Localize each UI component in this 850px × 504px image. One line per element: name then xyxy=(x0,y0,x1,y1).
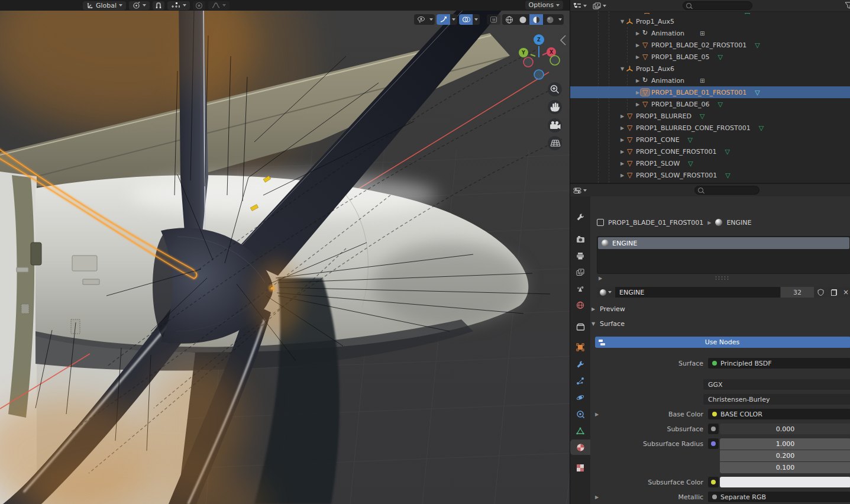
tab-physics[interactable] xyxy=(573,390,588,405)
zoom-button[interactable] xyxy=(548,82,562,96)
subsurface-color-swatch[interactable] xyxy=(720,477,850,487)
disclosure-closed-icon[interactable]: ▶ xyxy=(619,114,625,119)
transform-orientation-dropdown[interactable]: Global xyxy=(83,1,126,10)
sss-color-socket-button[interactable] xyxy=(708,477,719,487)
surface-panel-header[interactable]: ▼ Surface xyxy=(590,320,850,328)
shading-rendered-button[interactable] xyxy=(543,14,557,25)
outliner-search-input[interactable] xyxy=(683,1,752,10)
outliner-row-slow-frost[interactable]: ▶ ▽ PROP1_SLOW_FROST001 ▽ xyxy=(570,169,850,181)
resize-grip[interactable] xyxy=(715,276,730,281)
3d-viewport[interactable]: Z X Y xyxy=(0,0,570,504)
mesh-data-icon[interactable]: ▽ xyxy=(759,124,764,132)
disclosure-closed-icon[interactable]: ▶ xyxy=(619,173,625,178)
fake-user-button[interactable] xyxy=(815,287,827,298)
shading-solid-button[interactable] xyxy=(516,14,529,25)
outliner-row-blurred[interactable]: ▶ ▽ PROP1_BLURRED ▽ xyxy=(570,110,850,122)
tab-render[interactable] xyxy=(573,231,588,247)
disclosure-closed-icon[interactable]: ▶ xyxy=(635,43,641,48)
mesh-data-icon[interactable]: ▽ xyxy=(718,53,722,61)
outliner-row-cone-frost[interactable]: ▶ ▽ PROP1_CONE_FROST001 ▽ xyxy=(570,146,850,157)
gizmo-y-neg-axis[interactable] xyxy=(550,56,560,65)
radius-x-field[interactable]: 1.000 xyxy=(720,438,850,450)
subsurface-socket-button[interactable] xyxy=(708,424,719,434)
material-users-button[interactable]: 32 xyxy=(781,287,814,298)
disclosure-closed-icon[interactable]: ▶ xyxy=(619,125,625,131)
distribution-dropdown[interactable]: GGX xyxy=(703,379,850,390)
material-slot-selected[interactable]: ENGINE xyxy=(598,237,849,249)
material-slot-list[interactable]: ENGINE xyxy=(597,236,850,274)
proportional-falloff-dropdown[interactable] xyxy=(208,1,230,10)
mesh-data-icon[interactable]: ▽ xyxy=(725,172,730,179)
disclosure-closed-icon[interactable]: ▶ xyxy=(635,90,641,95)
snap-settings-dropdown[interactable] xyxy=(167,1,190,10)
radius-y-field[interactable]: 0.200 xyxy=(720,450,850,461)
gizmo-x-neg-axis[interactable] xyxy=(523,57,533,67)
disclosure-closed-icon[interactable]: ▶ xyxy=(619,137,625,143)
metallic-field[interactable]: Separate RGB xyxy=(708,492,850,502)
new-material-button[interactable] xyxy=(828,287,841,298)
disclosure-open-icon[interactable]: ▼ xyxy=(619,19,625,24)
xray-toggle[interactable] xyxy=(487,14,500,25)
gizmo-z-neg-axis[interactable] xyxy=(534,70,544,79)
tab-constraints[interactable] xyxy=(573,406,588,422)
expand-arrow-icon[interactable]: ▶ xyxy=(595,495,599,500)
sss-method-dropdown[interactable]: Christensen-Burley xyxy=(703,394,850,405)
outliner-row-blade05[interactable]: ▶ ▽ PROP1_BLADE_05 ▽ xyxy=(570,51,850,63)
gizmos-dropdown[interactable] xyxy=(450,14,457,25)
display-mode-dropdown[interactable] xyxy=(590,1,609,11)
mesh-data-icon[interactable]: ▽ xyxy=(688,160,693,167)
tab-view-layer[interactable] xyxy=(573,264,588,280)
tab-material-active[interactable] xyxy=(570,440,590,455)
mesh-data-icon[interactable]: ▽ xyxy=(718,101,722,108)
disclosure-closed-icon[interactable]: ▶ xyxy=(635,54,641,60)
tab-particles[interactable] xyxy=(573,373,588,389)
tab-modifiers[interactable] xyxy=(573,357,588,372)
outliner-row-slow[interactable]: ▶ ▽ PROP1_SLOW ▽ xyxy=(570,157,850,169)
properties-editor[interactable]: PROP1_BLADE_01_FROST001 ▶ ENGINE ENGINE … xyxy=(570,184,850,504)
surface-shader-field[interactable]: Principled BSDF xyxy=(708,358,850,369)
pivot-point-dropdown[interactable] xyxy=(129,1,150,10)
show-gizmo-toggle[interactable] xyxy=(414,14,428,25)
subsurface-slider[interactable]: 0.000 xyxy=(720,424,850,434)
proportional-edit-toggle[interactable] xyxy=(193,1,205,10)
outliner-row-blade06[interactable]: ▶ ▽ PROP1_BLADE_06 ▽ xyxy=(570,98,850,110)
tab-tool[interactable] xyxy=(573,209,588,225)
disclosure-open-icon[interactable]: ▼ xyxy=(619,66,625,72)
tab-world[interactable] xyxy=(573,298,588,313)
use-nodes-button[interactable]: Use Nodes xyxy=(595,337,850,348)
viewport-scene[interactable]: Z X Y xyxy=(0,0,570,504)
mesh-data-icon[interactable]: ▽ xyxy=(755,89,759,96)
editor-type-dropdown[interactable] xyxy=(570,185,590,195)
tab-collection[interactable] xyxy=(573,319,588,334)
disclosure-closed-icon[interactable]: ▶ xyxy=(635,102,641,107)
disclosure-closed-icon[interactable]: ▶ xyxy=(635,78,641,83)
breadcrumb[interactable]: PROP1_BLADE_01_FROST001 ▶ ENGINE xyxy=(597,217,752,228)
mesh-data-icon[interactable]: ▽ xyxy=(755,41,759,49)
outliner-row-blade02[interactable]: ▶ ▽ PROP1_BLADE_02_FROST001 ▽ xyxy=(570,39,850,51)
mesh-data-icon[interactable]: ▽ xyxy=(700,112,704,120)
tab-output[interactable] xyxy=(573,248,588,263)
material-name-field[interactable]: ENGINE xyxy=(615,287,780,298)
filter-button[interactable] xyxy=(845,2,850,11)
radius-socket-button[interactable] xyxy=(708,438,719,449)
overlays-dropdown[interactable] xyxy=(473,14,480,25)
tab-object[interactable] xyxy=(573,340,588,355)
mesh-data-icon[interactable]: ▽ xyxy=(688,136,693,144)
outliner-editor[interactable]: ▽ ▽ ▼ Prop1_Aux5 ▶ ↻ Animation ⊞ ▶ ▽ PRO… xyxy=(570,0,850,183)
gizmo-dropdown[interactable] xyxy=(428,14,435,25)
tab-scene[interactable] xyxy=(573,281,588,296)
tab-object-data[interactable] xyxy=(573,423,588,438)
disclosure-closed-icon[interactable]: ▶ xyxy=(635,31,641,36)
show-overlays-toggle[interactable] xyxy=(459,14,473,25)
unlink-material-button[interactable]: × xyxy=(841,287,850,298)
outliner-row-blade01-selected[interactable]: ▶ ▽ PROP1_BLADE_01_FROST001 ▽ xyxy=(570,86,850,98)
breadcrumb-material[interactable]: ENGINE xyxy=(726,219,751,227)
expand-arrow-icon[interactable]: ▶ xyxy=(595,412,599,417)
options-dropdown[interactable]: Options xyxy=(525,1,563,9)
snap-toggle-button[interactable] xyxy=(153,1,164,10)
preview-panel-header[interactable]: ▶ Preview xyxy=(590,305,850,313)
outliner-row-prop1-aux6[interactable]: ▼ Prop1_Aux6 xyxy=(570,63,850,75)
mesh-data-icon[interactable]: ▽ xyxy=(725,148,729,156)
shading-dropdown[interactable] xyxy=(557,14,564,25)
tab-texture[interactable] xyxy=(573,460,588,476)
